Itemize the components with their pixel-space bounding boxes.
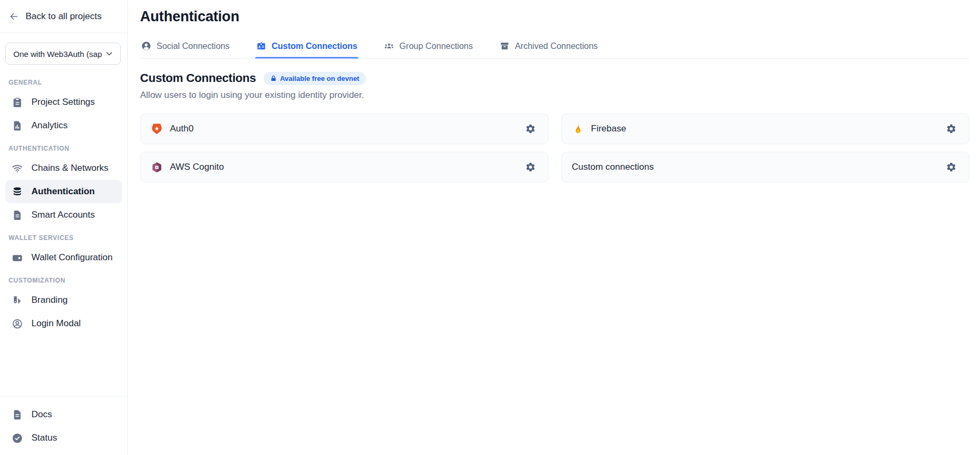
sidebar-item-analytics[interactable]: Analytics [5, 114, 122, 137]
auth0-settings-button[interactable] [523, 121, 538, 136]
section-label-customization: CUSTOMIZATION [5, 269, 122, 288]
sidebar-nav: GENERAL Project Settings Analytics AUTHE… [0, 68, 127, 335]
arrow-left-icon [9, 11, 19, 22]
firebase-icon [572, 123, 584, 135]
section-header: Custom Connections Available free on dev… [140, 71, 969, 85]
sidebar-item-label: Analytics [31, 120, 68, 131]
back-link-label: Back to all projects [26, 11, 102, 22]
section-label-wallet-services: WALLET SERVICES [5, 227, 122, 246]
connection-card-custom[interactable]: Custom connections [561, 152, 970, 183]
document-icon [12, 210, 23, 221]
devnet-badge-label: Available free on devnet [280, 75, 360, 82]
document-icon [12, 409, 23, 420]
sidebar-footer: Docs Status [0, 396, 127, 455]
people-group-icon [384, 41, 394, 51]
tab-label: Group Connections [399, 42, 473, 51]
sidebar-item-label: Wallet Configuration [31, 252, 112, 263]
connection-name: Firebase [591, 123, 626, 134]
sidebar-item-project-settings[interactable]: Project Settings [5, 90, 122, 114]
person-circle-icon [141, 41, 151, 51]
sidebar: Back to all projects One with Web3Auth (… [0, 0, 128, 455]
analytics-doc-icon [12, 120, 23, 131]
sidebar-item-label: Authentication [31, 186, 95, 197]
app-window: Back to all projects One with Web3Auth (… [0, 0, 980, 455]
sidebar-item-wallet-configuration[interactable]: Wallet Configuration [5, 246, 122, 269]
gear-icon [525, 162, 536, 172]
chevron-down-icon [104, 49, 114, 59]
connection-name: Custom connections [572, 162, 654, 172]
gear-icon [946, 162, 957, 172]
firebase-settings-button[interactable] [944, 121, 959, 136]
lock-icon [270, 75, 277, 82]
id-badge-icon [256, 41, 266, 51]
clipboard-icon [12, 97, 23, 108]
back-to-projects-link[interactable]: Back to all projects [0, 0, 127, 33]
tab-group-connections[interactable]: Group Connections [383, 38, 474, 58]
custom-connections-settings-button[interactable] [944, 160, 959, 175]
devnet-badge: Available free on devnet [264, 72, 366, 85]
tab-label: Archived Connections [515, 42, 598, 51]
check-circle-icon [12, 433, 23, 444]
project-selector-dropdown[interactable]: One with Web3Auth (sap [5, 43, 121, 65]
auth0-icon [151, 123, 163, 135]
sidebar-item-label: Login Modal [31, 318, 81, 329]
tab-label: Custom Connections [272, 42, 357, 51]
gear-icon [946, 123, 957, 134]
connection-card-auth0[interactable]: Auth0 [140, 113, 549, 144]
archive-box-icon [500, 41, 510, 51]
section-subtitle: Allow users to login using your existing… [140, 90, 969, 101]
sidebar-item-status[interactable]: Status [5, 426, 122, 450]
sidebar-item-authentication[interactable]: Authentication [5, 180, 122, 203]
section-label-general: GENERAL [5, 71, 122, 90]
aws-cognito-settings-button[interactable] [523, 160, 538, 175]
aws-cognito-icon [151, 161, 163, 173]
sidebar-item-label: Chains & Networks [31, 163, 109, 173]
tab-label: Social Connections [157, 42, 230, 51]
database-icon [12, 186, 23, 197]
sidebar-item-label: Smart Accounts [31, 210, 95, 220]
tab-bar: Social Connections Custom Connections Gr… [140, 38, 969, 59]
brush-icon [12, 295, 23, 306]
section-label-authentication: AUTHENTICATION [5, 137, 122, 156]
sidebar-item-label: Branding [31, 295, 68, 305]
sidebar-item-label: Status [31, 433, 57, 443]
wallet-icon [12, 252, 23, 263]
project-selector-value: One with Web3Auth (sap [13, 49, 102, 59]
connection-card-firebase[interactable]: Firebase [561, 113, 970, 144]
sidebar-item-docs[interactable]: Docs [5, 403, 122, 426]
tab-archived-connections[interactable]: Archived Connections [499, 38, 599, 58]
sidebar-item-login-modal[interactable]: Login Modal [5, 312, 122, 335]
section-title: Custom Connections [140, 71, 256, 85]
connection-name: AWS Cognito [170, 162, 224, 172]
main-content: Authentication Social Connections Custom… [128, 0, 980, 455]
page-title: Authentication [140, 9, 969, 25]
sidebar-item-chains-networks[interactable]: Chains & Networks [5, 156, 122, 180]
sidebar-item-label: Docs [31, 409, 52, 420]
sidebar-item-branding[interactable]: Branding [5, 288, 122, 312]
sidebar-item-smart-accounts[interactable]: Smart Accounts [5, 203, 122, 227]
sidebar-item-label: Project Settings [31, 97, 95, 107]
connection-card-aws-cognito[interactable]: AWS Cognito [140, 152, 549, 183]
connection-name: Auth0 [170, 123, 193, 134]
user-circle-icon [12, 318, 23, 329]
gear-icon [525, 123, 536, 134]
wifi-icon [12, 163, 23, 174]
connections-grid: Auth0 Firebase [140, 113, 969, 183]
tab-custom-connections[interactable]: Custom Connections [255, 38, 358, 58]
tab-social-connections[interactable]: Social Connections [140, 38, 231, 58]
